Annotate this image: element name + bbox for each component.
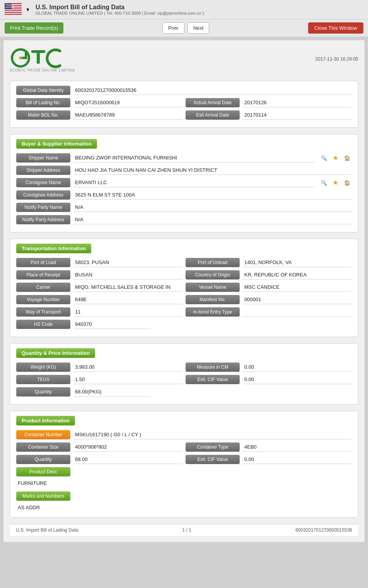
notify-party-address-value: N/A — [73, 215, 352, 224]
prev-button[interactable]: Prev — [162, 22, 184, 34]
doc-footer: U.S. Import Bill of Lading Data 1 / 1 60… — [10, 524, 358, 536]
product-desc-row: Product Desc — [16, 467, 352, 476]
carrier-vessel-row: Carrier MIQO, MITCHELL SALES & STORAGE I… — [16, 283, 352, 292]
voyage-number-value: 649E — [73, 295, 182, 304]
container-size-type-row: Container Size 4000*906*802 Container Ty… — [16, 442, 352, 452]
quantity-price-title: Quantity & Price Information — [16, 348, 95, 358]
country-of-origin-label: Country of Origin — [186, 270, 240, 280]
print-button[interactable]: Print Trade Record(s) — [5, 22, 63, 34]
consignee-name-value: ERVANTI LLC — [73, 178, 315, 187]
doc-header: GLOBAL TRADE ONLINE LIMITED 2017-11-30 1… — [10, 46, 358, 75]
teus-label: TEUS — [16, 375, 70, 384]
marks-and-numbers-value: AS ADDR — [16, 502, 352, 513]
container-number-value: MSKU1617190 ( G0 / L / CY ) — [73, 430, 352, 439]
global-data-identity-row: Global Data Identity 6003201701270000015… — [16, 86, 352, 95]
marks-and-numbers-label: Marks and Numbers — [16, 491, 70, 501]
us-flag-icon: ★★★★★★ ★★★★★ ★★★★★★ — [5, 3, 22, 16]
star-icon[interactable]: ★ — [331, 153, 340, 163]
container-type-label: Container Type — [186, 442, 240, 452]
container-type-value: 4EB0 — [243, 442, 352, 452]
svg-text:★★★★★★: ★★★★★★ — [5, 6, 15, 8]
home-icon-2[interactable]: 🏠 — [342, 178, 352, 187]
next-button[interactable]: Next — [187, 22, 210, 34]
way-of-transport-label: Way of Transport — [16, 307, 70, 317]
product-title: Product Information — [16, 416, 75, 425]
star-icon-2[interactable]: ★ — [331, 178, 340, 187]
port-of-load-label: Port of Load — [16, 258, 70, 267]
svg-rect-12 — [31, 50, 45, 53]
close-button[interactable]: Close This Window — [308, 22, 363, 34]
svg-text:GLOBAL TRADE ONLINE LIMITED: GLOBAL TRADE ONLINE LIMITED — [10, 68, 75, 71]
consignee-address-row: Consignee Address 3625 N ELM ST STE 100A — [16, 190, 352, 200]
product-quantity-label: Quantity — [16, 455, 70, 464]
quantity-value: 68.00(PKG) — [73, 387, 151, 397]
quantity-label: Quantity — [16, 387, 70, 397]
consignee-name-row: Consignee Name ERVANTI LLC 🔍 ★ 🏠 — [16, 178, 352, 187]
measure-in-cm-field: Measure in CM 0.00 — [186, 363, 352, 372]
vessel-name-label: Vessel Name — [186, 283, 240, 292]
place-of-receipt-field: Place of Receipt BUSAN — [16, 270, 182, 280]
shipper-name-value: BEIJING ZWOP INTERNATIONAL FURNISHI — [73, 153, 315, 163]
in-bond-entry-type-label: In-bond Entry Type — [186, 307, 240, 317]
buyer-supplier-title: Buyer & Supplier Information — [16, 139, 97, 149]
search-icon-2[interactable]: 🔍 — [319, 178, 329, 187]
manifest-no-value: 000001 — [243, 295, 352, 304]
measure-in-cm-label: Measure in CM — [186, 363, 240, 372]
top-subtitle: GLOBAL TRADE ONLINE LIMITED ( Tel: 400-7… — [36, 11, 204, 15]
home-icon[interactable]: 🏠 — [342, 153, 352, 163]
consignee-address-value: 3625 N ELM ST STE 100A — [73, 190, 352, 200]
transport-inbond-row: Way of Transport 11 In-bond Entry Type — [16, 307, 352, 317]
doc-date: 2017-11-30 16:26:05 — [315, 56, 358, 62]
transportation-title: Transportation Information — [16, 244, 91, 253]
dropdown-icon[interactable]: ▼ — [26, 7, 30, 12]
bil-date-row: Bill of Lading No. MIQOTJS16000619 Actua… — [16, 98, 352, 107]
esti-arrival-date-label: Esti Arrival Date — [186, 110, 240, 120]
port-of-unload-value: 1401, NORFOLK, VA — [243, 258, 352, 267]
product-section: Product Information Container Number MSK… — [10, 411, 358, 518]
notify-party-name-row: Notify Party Name N/A — [16, 203, 352, 212]
weight-label: Weight (KG) — [16, 363, 70, 372]
actual-arrival-date-label: Actual Arrival Date — [186, 98, 240, 107]
manifest-no-label: Manifest No. — [186, 295, 240, 304]
top-title: U.S. Import Bill of Lading Data — [36, 4, 204, 11]
search-icon[interactable]: 🔍 — [319, 153, 329, 163]
svg-rect-13 — [37, 53, 40, 64]
container-number-label: Container Number — [16, 430, 70, 439]
port-of-load-value: 58023, PUSAN — [73, 258, 182, 267]
product-quantity-field: Quantity 68.00 — [16, 455, 182, 464]
mater-bol-label: Mater BOL No. — [16, 110, 70, 120]
svg-rect-4 — [5, 9, 22, 10]
mater-bol-value: MAEU958678789 — [73, 110, 182, 120]
product-cif-value: 0.00 — [243, 455, 352, 464]
gtc-logo: GLOBAL TRADE ONLINE LIMITED — [10, 46, 75, 71]
action-bar: Print Trade Record(s) Prev Next Close Th… — [0, 19, 368, 37]
footer-record-id: 6003201701270000015536 — [295, 527, 352, 533]
container-type-field: Container Type 4EB0 — [186, 442, 352, 452]
product-desc-value: FURNITURE — [16, 478, 352, 488]
actual-arrival-date-value: 20170126 — [243, 98, 352, 107]
consignee-icons: 🔍 ★ 🏠 — [319, 178, 352, 187]
voyage-manifest-row: Voyage Number 649E Manifest No. 000001 — [16, 295, 352, 304]
transportation-section: Transportation Information Port of Load … — [10, 239, 358, 337]
footer-title: U.S. Import Bill of Lading Data — [16, 527, 78, 533]
teus-value: 1.50 — [73, 375, 182, 384]
teus-field: TEUS 1.50 — [16, 375, 182, 384]
mater-bol-field: Mater BOL No. MAEU958678789 — [16, 110, 182, 120]
esti-arrival-date-field: Esti Arrival Date 20170114 — [186, 110, 352, 120]
shipper-address-label: Shipper Address — [16, 166, 70, 175]
country-of-origin-field: Country of Origin KR, REPUBLIC OF KOREA — [186, 270, 352, 280]
esti-arrival-date-value: 20170114 — [243, 110, 352, 120]
mater-esti-row: Mater BOL No. MAEU958678789 Esti Arrival… — [16, 110, 352, 120]
port-row: Port of Load 58023, PUSAN Port of Unload… — [16, 258, 352, 267]
marks-numbers-row: Marks and Numbers — [16, 491, 352, 501]
carrier-value: MIQO, MITCHELL SALES & STORAGE IN — [73, 283, 182, 292]
notify-party-address-label: Notify Party Address — [16, 215, 70, 224]
svg-rect-6 — [5, 13, 22, 14]
quantity-price-section: Quantity & Price Information Weight (KG)… — [10, 343, 358, 405]
carrier-label: Carrier — [16, 283, 70, 292]
bill-of-lading-label: Bill of Lading No. — [16, 98, 70, 107]
shipper-address-row: Shipper Address HOU HAO JIA TUAN CUN NAN… — [16, 166, 352, 175]
global-data-identity-label: Global Data Identity — [16, 86, 70, 95]
svg-point-14 — [19, 56, 22, 59]
container-number-row: Container Number MSKU1617190 ( G0 / L / … — [16, 430, 352, 439]
